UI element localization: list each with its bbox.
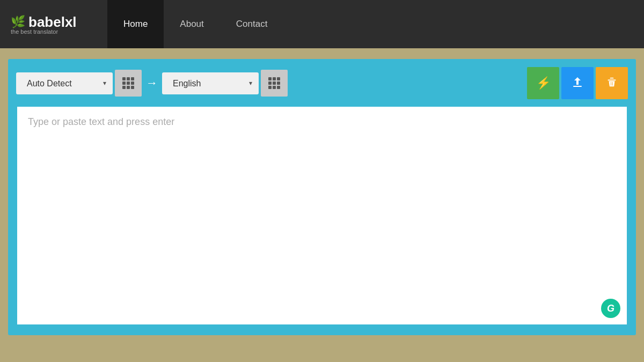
leaf-icon: 🌿 (11, 15, 25, 29)
nav-home[interactable]: Home (107, 0, 164, 48)
dot (268, 77, 272, 80)
lightning-icon: ⚡ (536, 76, 551, 90)
upload-button[interactable] (561, 67, 594, 99)
grid-dots-left (122, 77, 134, 89)
translate-button[interactable]: ⚡ (527, 67, 559, 99)
dot (273, 82, 276, 85)
nav-about-link[interactable]: About (164, 19, 219, 29)
translation-input[interactable] (17, 107, 627, 324)
target-lang-grid-button[interactable] (261, 70, 288, 97)
toolbar: Auto Detect English Spanish French Germa… (16, 67, 628, 99)
grid-dots-right (268, 77, 280, 89)
dot (268, 86, 272, 89)
logo-area: 🌿 babelxl the best translator (0, 0, 107, 48)
navbar: 🌿 babelxl the best translator Home About… (0, 0, 644, 48)
main-content: Auto Detect English Spanish French Germa… (0, 48, 644, 346)
text-area-container: G (16, 106, 628, 326)
logo-wrapper: 🌿 babelxl the best translator (11, 14, 77, 35)
source-lang-grid-button[interactable] (115, 70, 142, 97)
dot (127, 77, 130, 80)
direction-arrow-icon: → (146, 76, 158, 90)
target-lang-select[interactable]: English Spanish French German Chinese Ja… (162, 72, 259, 94)
nav-contact-link[interactable]: Contact (220, 19, 284, 29)
dot (273, 77, 276, 80)
clear-button[interactable] (596, 67, 628, 99)
upload-icon (571, 76, 584, 91)
grammarly-badge: G (601, 299, 620, 318)
dot (131, 77, 134, 80)
dot (268, 82, 272, 85)
nav-home-link[interactable]: Home (123, 19, 148, 29)
dot (122, 82, 126, 85)
dot (273, 86, 276, 89)
nav-links: About Contact (164, 0, 283, 48)
dot (131, 86, 134, 89)
trash-icon (606, 76, 618, 91)
logo-brand: babelxl (28, 14, 77, 30)
dot (131, 82, 134, 85)
dot (127, 82, 130, 85)
dot (122, 77, 126, 80)
source-lang-select[interactable]: Auto Detect English Spanish French Germa… (16, 72, 113, 94)
grammarly-letter: G (607, 303, 614, 314)
dot (127, 86, 130, 89)
dot (122, 86, 126, 89)
dot (277, 77, 280, 80)
svg-rect-0 (573, 86, 582, 87)
dot (277, 86, 280, 89)
dot (277, 82, 280, 85)
target-lang-wrapper[interactable]: English Spanish French German Chinese Ja… (162, 72, 259, 94)
logo-subtitle: the best translator (11, 28, 77, 35)
source-lang-wrapper[interactable]: Auto Detect English Spanish French Germa… (16, 72, 113, 94)
translator-container: Auto Detect English Spanish French Germa… (8, 59, 636, 335)
